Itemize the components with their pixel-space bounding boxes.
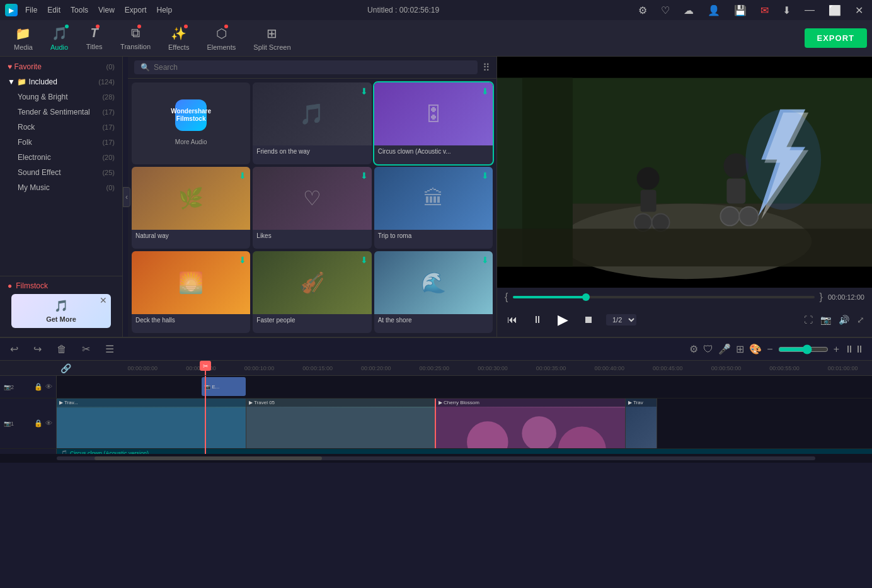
audio-grid: WondershareFilmstock More Audio 🎵 ⬇ Frie…	[128, 79, 496, 337]
close-button[interactable]: ✕	[851, 3, 867, 18]
cloud-icon[interactable]: ☁	[680, 3, 697, 18]
panel-young-bright[interactable]: Young & Bright (28)	[0, 89, 122, 105]
trip-label: Trip to roma	[374, 230, 493, 242]
mic-icon[interactable]: 🎤	[718, 343, 731, 355]
download-circus-icon[interactable]: ⬇	[481, 86, 489, 96]
redo-button[interactable]: ↪	[31, 342, 44, 356]
color-icon[interactable]: 🎨	[749, 343, 762, 355]
audio-card-likes[interactable]: ♡ ⬇ Likes	[253, 167, 371, 249]
panel-tender[interactable]: Tender & Sentimental (17)	[0, 105, 122, 120]
expand-icon[interactable]: ⤢	[857, 315, 864, 325]
download-trip-icon[interactable]: ⬇	[481, 171, 489, 181]
download-icon[interactable]: ⬇	[779, 3, 795, 18]
panel-favorite[interactable]: ♥ Favorite (0)	[0, 59, 122, 74]
download-deck-icon[interactable]: ⬇	[239, 255, 246, 265]
download-shore-icon[interactable]: ⬇	[481, 255, 489, 265]
settings-icon[interactable]: ⚙	[634, 3, 651, 18]
panel-electronic[interactable]: Electronic (20)	[0, 150, 122, 165]
save-icon[interactable]: 💾	[730, 3, 750, 18]
tool-transition[interactable]: ⧉ Transition	[112, 23, 159, 53]
audio-card-natural[interactable]: 🌿 ⬇ Natural way	[132, 167, 250, 249]
tool-effects[interactable]: ✨ Effects	[159, 23, 198, 54]
tool-audio[interactable]: 🎵 Audio	[42, 23, 77, 54]
undo-button[interactable]: ↩	[8, 342, 21, 356]
panel-rock[interactable]: Rock (17)	[0, 120, 122, 135]
audio-card-circus[interactable]: 🎛 ⬇ Circus clown (Acoustic v...	[374, 82, 493, 164]
layers-icon[interactable]: ⊞	[736, 343, 744, 355]
audio-card-more[interactable]: WondershareFilmstock More Audio	[132, 82, 250, 164]
progress-track[interactable]	[513, 296, 814, 298]
audio-track[interactable]: 🎵 Circus clown (Acoustic version)	[57, 449, 872, 454]
panel-sound-effect[interactable]: Sound Effect (25)	[0, 165, 122, 180]
audio-card-friends[interactable]: 🎵 ⬇ Friends on the way	[253, 82, 371, 164]
export-button[interactable]: EXPORT	[805, 28, 867, 48]
eye-v1-icon[interactable]: 👁	[45, 419, 52, 427]
tool-media[interactable]: 📁 Media	[5, 23, 42, 54]
banner-close-icon[interactable]: ✕	[100, 295, 107, 305]
svg-rect-14	[497, 229, 872, 266]
link-track-icon[interactable]: 🔗	[60, 363, 71, 373]
page-select[interactable]: 1/2	[606, 314, 636, 325]
volume-icon[interactable]: 🔊	[839, 315, 849, 325]
pause-all-icon[interactable]: ⏸⏸	[844, 344, 864, 355]
get-more-banner[interactable]: ✕ 🎵 Get More	[11, 294, 111, 328]
ruler-60: 00:01:00:00	[813, 365, 872, 371]
download-likes-icon[interactable]: ⬇	[360, 171, 368, 181]
panel-included[interactable]: ▼ 📁 Included (124)	[0, 74, 122, 89]
menu-bar: File Edit Tools View Export Help	[25, 6, 172, 14]
maximize-button[interactable]: ⬜	[825, 3, 845, 18]
menu-file[interactable]: File	[25, 6, 37, 14]
download-friends-icon[interactable]: ⬇	[360, 86, 368, 96]
minimize-button[interactable]: —	[801, 3, 818, 17]
frame-back-button[interactable]: ⏸	[530, 312, 545, 328]
menu-help[interactable]: Help	[157, 6, 173, 14]
search-box[interactable]: 🔍	[134, 60, 478, 74]
panel-my-music[interactable]: My Music (0)	[0, 180, 122, 195]
fullscreen-icon[interactable]: ⛶	[804, 315, 813, 325]
download-faster-icon[interactable]: ⬇	[360, 255, 368, 265]
eye-v2-icon[interactable]: 👁	[45, 383, 52, 391]
panel-folk[interactable]: Folk (17)	[0, 135, 122, 150]
zoom-slider[interactable]	[778, 344, 829, 354]
delete-button[interactable]: 🗑	[54, 342, 69, 356]
audio-card-deck[interactable]: 🌅 ⬇ Deck the halls	[132, 251, 250, 333]
filmstock-label[interactable]: ● Filmstock	[8, 281, 115, 290]
search-input[interactable]	[154, 63, 471, 72]
clip-travel2[interactable]: ▶Travel 05	[246, 399, 436, 448]
audio-card-shore[interactable]: 🌊 ⬇ At the shore	[374, 251, 493, 333]
lock-v2-icon[interactable]: 🔒	[34, 383, 43, 391]
cut-button[interactable]: ✂	[79, 342, 93, 356]
collapse-panel-button[interactable]: ‹	[123, 187, 130, 207]
snap-icon[interactable]: ⚙	[689, 343, 698, 355]
user-icon[interactable]: 👤	[704, 3, 724, 18]
grid-options-icon[interactable]: ⠿	[483, 62, 490, 74]
clip-cherry[interactable]: ▶Cherry Blossom	[436, 399, 626, 448]
minus-icon[interactable]: −	[767, 344, 772, 355]
tool-split-screen[interactable]: ⊞ Split Screen	[244, 23, 299, 54]
adjust-button[interactable]: ☰	[103, 342, 117, 356]
deck-thumb: 🌅 ⬇	[132, 251, 250, 314]
stop-button[interactable]: ⏹	[581, 312, 596, 328]
lock-v1-icon[interactable]: 🔒	[34, 419, 43, 427]
audio-card-trip[interactable]: 🏛 ⬇ Trip to roma	[374, 167, 493, 249]
audio-card-faster[interactable]: 🎻 ⬇ Faster people	[253, 251, 371, 333]
track-a1-header: 🎵1 🔒 🔊	[0, 449, 57, 454]
audio-panel: 🔍 ⠿ WondershareFilmstock More Audio 🎵 ⬇	[128, 57, 496, 337]
menu-view[interactable]: View	[98, 6, 115, 14]
download-natural-icon[interactable]: ⬇	[239, 171, 246, 181]
shield-icon[interactable]: 🛡	[703, 344, 713, 355]
menu-export[interactable]: Export	[125, 6, 147, 14]
mail-icon[interactable]: ✉	[757, 3, 772, 18]
tool-elements[interactable]: ⬡ Elements	[198, 23, 244, 54]
v2-clip[interactable]: 📷 E...	[202, 377, 246, 396]
snapshot-icon[interactable]: 📷	[820, 315, 831, 325]
menu-edit[interactable]: Edit	[47, 6, 60, 14]
plus-icon[interactable]: +	[834, 344, 839, 355]
menu-tools[interactable]: Tools	[71, 6, 88, 14]
heart-icon[interactable]: ♡	[657, 3, 674, 18]
skip-back-button[interactable]: ⏮	[505, 312, 520, 328]
tool-titles[interactable]: T Titles	[77, 23, 112, 53]
clip-travel3[interactable]: ▶Trav	[626, 399, 657, 448]
clip-travel1[interactable]: ▶Trav...	[57, 399, 246, 448]
play-button[interactable]: ▶	[555, 309, 571, 331]
